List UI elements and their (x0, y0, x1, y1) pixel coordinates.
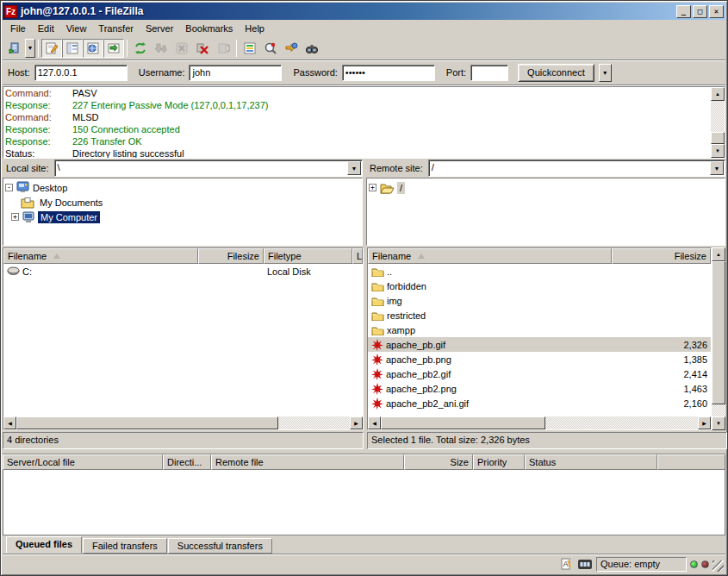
file-row[interactable]: apache_pb2.png 1,463 (368, 381, 711, 396)
menu-edit[interactable]: Edit (32, 22, 60, 35)
scrollbar-thumb[interactable] (381, 416, 545, 429)
find-files-icon[interactable] (302, 39, 322, 58)
minimize-button[interactable]: _ (676, 5, 691, 18)
refresh-icon[interactable] (130, 39, 151, 58)
column-header-filetype[interactable]: Filetype (264, 248, 352, 264)
remote-status-text: Selected 1 file. Total size: 2,326 bytes (367, 432, 727, 449)
quickconnect-bar: Host: Username: Password: Port: Quickcon… (3, 60, 725, 85)
expand-icon[interactable]: + (369, 184, 376, 191)
site-manager-icon[interactable] (4, 39, 25, 58)
tree-item-my-computer[interactable]: + My Computer (5, 210, 360, 224)
close-button[interactable]: ✕ (709, 5, 724, 18)
file-row-local-disk[interactable]: C: Local Disk (3, 264, 363, 279)
toggle-local-tree-icon[interactable] (62, 39, 83, 58)
file-row[interactable]: .. (368, 264, 711, 279)
file-name: apache_pb2.gif (386, 369, 451, 379)
column-header-filename[interactable]: Filename (368, 248, 612, 264)
message-log-scrollbar[interactable]: ▲ ▼ (711, 87, 725, 158)
scrollbar-thumb[interactable] (711, 132, 725, 144)
menu-server[interactable]: Server (140, 22, 179, 35)
local-horizontal-scrollbar[interactable]: ◀ ▶ (3, 416, 363, 429)
column-header-priority[interactable]: Priority (473, 454, 525, 470)
host-input[interactable] (34, 65, 128, 81)
menu-help[interactable]: Help (239, 22, 271, 35)
file-row[interactable]: apache_pb2_ani.gif 2,160 (368, 396, 711, 410)
remote-site-label: Remote site: (366, 163, 428, 173)
scroll-down-icon[interactable]: ▼ (711, 144, 725, 158)
quickconnect-dropdown-icon[interactable]: ▼ (599, 64, 612, 82)
scroll-up-icon[interactable]: ▲ (711, 87, 725, 101)
username-input[interactable] (189, 65, 282, 81)
chevron-down-icon[interactable]: ▼ (710, 161, 724, 175)
drive-icon (7, 266, 20, 276)
speed-limit-icon[interactable] (577, 557, 593, 571)
chevron-down-icon[interactable]: ▼ (347, 161, 361, 175)
menu-transfer[interactable]: Transfer (92, 22, 140, 35)
tree-item-desktop[interactable]: - Desktop (5, 180, 360, 195)
file-row[interactable]: apache_pb2.gif 2,414 (368, 366, 711, 381)
disconnect-icon[interactable] (192, 39, 213, 58)
scroll-right-icon[interactable]: ▶ (350, 416, 363, 429)
local-status-text: 4 directories (3, 432, 364, 449)
file-name: .. (387, 266, 392, 277)
menu-file[interactable]: File (4, 22, 32, 35)
column-header-direction[interactable]: Directi... (163, 454, 211, 470)
file-row[interactable]: apache_pb.gif 2,326 (368, 337, 711, 352)
process-queue-icon[interactable] (151, 39, 171, 58)
column-header-server-local-file[interactable]: Server/Local file (3, 454, 163, 470)
column-header-filename[interactable]: Filename (3, 248, 198, 264)
tab-queued-files[interactable]: Queued files (6, 536, 82, 554)
column-header-size[interactable]: Size (404, 454, 473, 470)
port-input[interactable] (470, 65, 508, 81)
toggle-message-log-icon[interactable] (41, 39, 62, 58)
scroll-down-icon[interactable]: ▼ (712, 416, 725, 430)
file-row[interactable]: img (368, 293, 711, 308)
scroll-right-icon[interactable]: ▶ (698, 416, 711, 429)
log-line: Status:Directory listing successful (5, 147, 709, 158)
column-header-filesize[interactable]: Filesize (198, 248, 264, 264)
scroll-up-icon[interactable]: ▲ (712, 247, 725, 261)
tree-item-root[interactable]: + / (369, 180, 723, 195)
expand-icon[interactable]: + (11, 213, 19, 221)
resize-grip[interactable] (712, 560, 724, 572)
toggle-transfer-queue-icon[interactable] (103, 39, 124, 58)
directory-filters-icon[interactable] (240, 39, 260, 58)
data-type-icon[interactable]: A (558, 557, 574, 571)
reconnect-icon[interactable] (213, 39, 233, 58)
column-header-blank[interactable] (657, 454, 725, 470)
menu-bookmarks[interactable]: Bookmarks (179, 22, 239, 35)
quickconnect-button[interactable]: Quickconnect (518, 64, 594, 82)
column-header-status[interactable]: Status (525, 454, 657, 470)
site-manager-dropdown-icon[interactable]: ▼ (25, 39, 35, 58)
toggle-remote-tree-icon[interactable] (83, 39, 103, 58)
maximize-button[interactable]: □ (693, 5, 707, 18)
scrollbar-thumb[interactable] (16, 416, 278, 429)
file-row[interactable]: xampp (368, 322, 711, 337)
collapse-icon[interactable]: - (5, 184, 13, 191)
column-header-remote-file[interactable]: Remote file (211, 454, 404, 470)
message-log-lines: Command:PASV Response:227 Entering Passi… (3, 87, 711, 158)
password-input[interactable] (342, 65, 435, 81)
file-row[interactable]: restricted (368, 308, 711, 322)
local-site-combo[interactable]: \ ▼ (54, 160, 363, 177)
remote-vertical-scrollbar[interactable]: ▲ ▼ (712, 247, 725, 430)
file-row[interactable]: apache_pb.png 1,385 (368, 352, 711, 366)
synchronized-browsing-icon[interactable] (281, 39, 302, 58)
scroll-left-icon[interactable]: ◀ (3, 416, 16, 429)
tab-successful-transfers[interactable]: Successful transfers (168, 538, 272, 554)
my-computer-icon (22, 211, 35, 223)
cancel-operation-icon[interactable] (171, 39, 192, 58)
remote-site-combo[interactable]: / ▼ (428, 160, 725, 177)
scroll-left-icon[interactable]: ◀ (368, 416, 381, 429)
column-header-filesize[interactable]: Filesize (612, 248, 711, 264)
file-type: Local Disk (267, 266, 311, 277)
file-size: 2,160 (683, 398, 707, 409)
tab-failed-transfers[interactable]: Failed transfers (83, 538, 167, 554)
scrollbar-thumb[interactable] (712, 261, 725, 404)
file-row[interactable]: forbidden (368, 279, 711, 293)
menu-view[interactable]: View (60, 22, 93, 35)
tree-item-my-documents[interactable]: My Documents (5, 195, 360, 210)
directory-comparison-icon[interactable] (260, 39, 281, 58)
column-header-lastmodified[interactable]: L (352, 248, 363, 264)
remote-horizontal-scrollbar[interactable]: ◀ ▶ (368, 416, 711, 429)
